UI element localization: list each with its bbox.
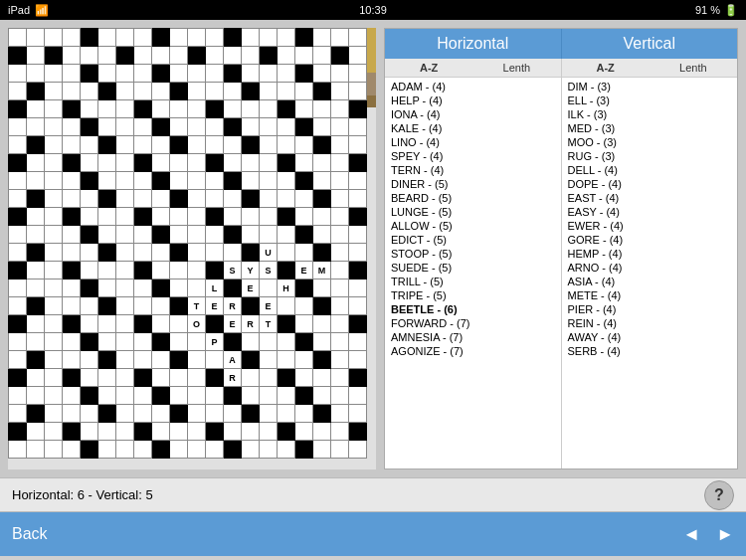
list-item[interactable]: SPEY - (4) (389, 149, 557, 163)
cell-20-17[interactable] (313, 387, 331, 405)
cell-4-7[interactable] (134, 100, 152, 118)
cell-19-4[interactable] (81, 369, 98, 387)
list-item[interactable]: ADAM - (4) (389, 80, 557, 93)
cell-14-18[interactable] (331, 280, 349, 297)
cell-9-15[interactable] (278, 190, 295, 208)
cell-22-7[interactable] (134, 423, 152, 441)
cell-22-6[interactable] (116, 423, 134, 441)
cell-10-13[interactable] (242, 208, 260, 226)
cell-21-10[interactable] (188, 405, 206, 423)
cell-1-11[interactable] (206, 47, 224, 65)
cell-20-8[interactable] (152, 387, 170, 405)
list-item[interactable]: ALLOW - (5) (389, 219, 557, 233)
cell-17-2[interactable] (45, 333, 63, 351)
cell-7-6[interactable] (116, 154, 134, 172)
h-length-tab[interactable]: Lenth (472, 59, 560, 77)
cell-22-18[interactable] (331, 423, 349, 441)
cell-9-0[interactable] (9, 190, 27, 208)
cell-15-1[interactable] (27, 297, 45, 315)
list-item[interactable]: HELP - (4) (389, 93, 557, 107)
cell-15-3[interactable] (63, 297, 81, 315)
cell-19-14[interactable] (260, 369, 278, 387)
cell-11-14[interactable] (260, 226, 278, 244)
cell-11-18[interactable] (331, 226, 349, 244)
cell-0-0[interactable] (9, 29, 27, 47)
cell-15-0[interactable] (9, 297, 27, 315)
next-button[interactable]: ► (716, 524, 734, 545)
cell-21-11[interactable] (206, 405, 224, 423)
cell-22-3[interactable] (63, 423, 81, 441)
cell-2-13[interactable] (242, 65, 260, 83)
cell-23-18[interactable] (331, 441, 349, 459)
list-item[interactable]: DIM - (3) (566, 80, 734, 93)
cell-12-5[interactable] (98, 244, 116, 262)
cell-4-8[interactable] (152, 100, 170, 118)
cell-19-0[interactable] (9, 369, 27, 387)
cell-0-8[interactable] (152, 29, 170, 47)
cell-4-19[interactable] (349, 100, 367, 118)
cell-5-6[interactable] (116, 118, 134, 136)
cell-20-3[interactable] (63, 387, 81, 405)
cell-18-19[interactable] (349, 351, 367, 369)
cell-2-7[interactable] (134, 65, 152, 83)
cell-3-8[interactable] (152, 83, 170, 100)
cell-12-12[interactable] (224, 244, 242, 262)
cell-18-18[interactable] (331, 351, 349, 369)
cell-0-4[interactable] (81, 29, 98, 47)
cell-20-0[interactable] (9, 387, 27, 405)
cell-13-18[interactable] (331, 262, 349, 280)
cell-22-2[interactable] (45, 423, 63, 441)
cell-6-8[interactable] (152, 136, 170, 154)
cell-8-4[interactable] (81, 172, 98, 190)
cell-8-8[interactable] (152, 172, 170, 190)
cell-15-10[interactable]: T (188, 297, 206, 315)
cell-20-1[interactable] (27, 387, 45, 405)
prev-button[interactable]: ◄ (682, 524, 700, 545)
cell-8-15[interactable] (278, 172, 295, 190)
cell-9-1[interactable] (27, 190, 45, 208)
cell-21-17[interactable] (313, 405, 331, 423)
cell-0-13[interactable] (242, 29, 260, 47)
cell-5-12[interactable] (224, 118, 242, 136)
cell-20-15[interactable] (278, 387, 295, 405)
cell-16-15[interactable] (278, 315, 295, 333)
cell-4-5[interactable] (98, 100, 116, 118)
cell-19-2[interactable] (45, 369, 63, 387)
cell-9-8[interactable] (152, 190, 170, 208)
cell-15-7[interactable] (134, 297, 152, 315)
cell-19-12[interactable]: R (224, 369, 242, 387)
cell-17-0[interactable] (9, 333, 27, 351)
cell-20-14[interactable] (260, 387, 278, 405)
cell-20-13[interactable] (242, 387, 260, 405)
cell-2-9[interactable] (170, 65, 188, 83)
v-length-tab[interactable]: Lenth (650, 59, 737, 77)
cell-19-19[interactable] (349, 369, 367, 387)
cell-9-17[interactable] (313, 190, 331, 208)
cell-13-10[interactable] (188, 262, 206, 280)
cell-5-5[interactable] (98, 118, 116, 136)
cell-16-6[interactable] (116, 315, 134, 333)
cell-17-11[interactable]: P (206, 333, 224, 351)
cell-13-8[interactable] (152, 262, 170, 280)
cell-13-2[interactable] (45, 262, 63, 280)
cell-10-6[interactable] (116, 208, 134, 226)
cell-1-18[interactable] (331, 47, 349, 65)
cell-0-15[interactable] (278, 29, 295, 47)
cell-17-1[interactable] (27, 333, 45, 351)
cell-8-6[interactable] (116, 172, 134, 190)
cell-0-14[interactable] (260, 29, 278, 47)
cell-12-2[interactable] (45, 244, 63, 262)
cell-10-16[interactable] (295, 208, 313, 226)
cell-23-1[interactable] (27, 441, 45, 459)
cell-7-1[interactable] (27, 154, 45, 172)
cell-18-4[interactable] (81, 351, 98, 369)
cell-6-0[interactable] (9, 136, 27, 154)
cell-22-17[interactable] (313, 423, 331, 441)
cell-17-9[interactable] (170, 333, 188, 351)
cell-14-3[interactable] (63, 280, 81, 297)
cell-1-9[interactable] (170, 47, 188, 65)
list-item[interactable]: AMNESIA - (7) (389, 330, 557, 344)
cell-5-11[interactable] (206, 118, 224, 136)
cell-6-16[interactable] (295, 136, 313, 154)
cell-16-3[interactable] (63, 315, 81, 333)
